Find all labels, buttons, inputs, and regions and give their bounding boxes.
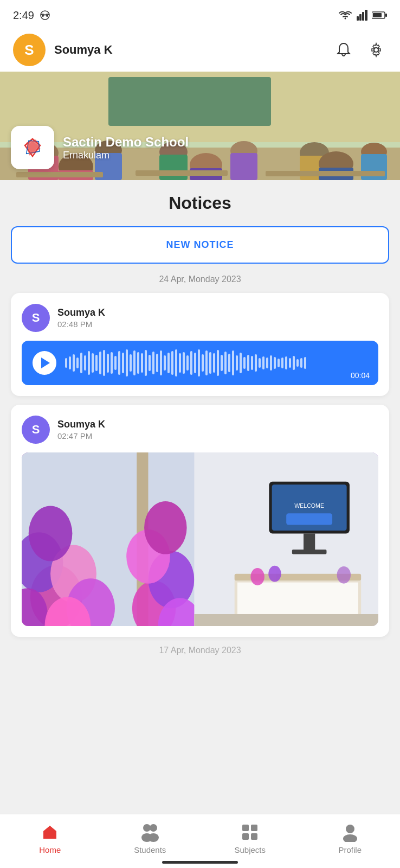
waveform-bar bbox=[266, 358, 268, 368]
waveform-bar bbox=[111, 352, 113, 374]
waveform-bar bbox=[99, 352, 101, 374]
school-text: Sactin Demo School Ernakulam bbox=[63, 135, 189, 161]
waveform-bar bbox=[198, 349, 200, 376]
waveform-bar bbox=[236, 355, 238, 371]
svg-rect-77 bbox=[251, 833, 257, 840]
svg-point-66 bbox=[268, 566, 281, 582]
notice-card-image: S Soumya K 02:47 PM bbox=[11, 405, 389, 637]
notice-card-audio: S Soumya K 02:48 PM 00:04 bbox=[11, 293, 389, 396]
svg-point-10 bbox=[374, 48, 378, 52]
notice-avatar-2: S bbox=[22, 416, 50, 444]
home-icon bbox=[40, 822, 60, 842]
waveform-bar bbox=[300, 358, 302, 368]
nav-label-home: Home bbox=[39, 845, 61, 854]
waveform-bar bbox=[296, 359, 299, 367]
date-separator-2: 17 Apr, Monday 2023 bbox=[11, 646, 389, 655]
gear-icon bbox=[367, 41, 385, 59]
spy-icon bbox=[38, 10, 51, 21]
waveform-bar bbox=[84, 355, 86, 371]
svg-rect-5 bbox=[362, 12, 364, 21]
waveform-bar bbox=[76, 358, 79, 368]
waveform-bar bbox=[281, 358, 283, 368]
bottom-nav: Home Students Subjects Profile bbox=[0, 814, 400, 868]
waveform-bar bbox=[88, 351, 90, 375]
battery-icon bbox=[372, 11, 387, 20]
waveform-bar bbox=[69, 356, 71, 369]
svg-rect-9 bbox=[385, 14, 387, 17]
waveform-bar bbox=[160, 350, 162, 375]
waveform-bar bbox=[183, 352, 185, 374]
school-banner: Sactin Demo School Ernakulam bbox=[0, 72, 400, 180]
notice-image[interactable]: WELCOME bbox=[22, 452, 378, 626]
waveform-bar bbox=[255, 354, 257, 372]
svg-rect-69 bbox=[48, 834, 52, 839]
svg-rect-75 bbox=[251, 825, 257, 831]
wifi-icon bbox=[338, 10, 352, 21]
waveform-bar bbox=[228, 354, 230, 372]
svg-rect-8 bbox=[373, 13, 382, 17]
waveform-bar bbox=[186, 355, 189, 371]
header-actions bbox=[333, 39, 387, 61]
svg-point-67 bbox=[337, 566, 351, 584]
svg-rect-74 bbox=[242, 825, 249, 831]
svg-point-2 bbox=[46, 15, 48, 17]
diamond-icon bbox=[20, 135, 46, 161]
svg-rect-3 bbox=[357, 16, 359, 21]
students-icon bbox=[139, 822, 161, 842]
status-bar: 2:49 bbox=[0, 0, 400, 28]
waveform-bar bbox=[156, 354, 158, 372]
profile-icon bbox=[340, 822, 360, 842]
balloon-decoration: WELCOME bbox=[22, 452, 378, 626]
notices-title: Notices bbox=[11, 193, 389, 213]
nav-item-home[interactable]: Home bbox=[0, 814, 100, 868]
notice-sender-info-2: Soumya K 02:47 PM bbox=[57, 419, 105, 441]
waveform-bar bbox=[107, 354, 109, 373]
waveform-bar bbox=[213, 353, 215, 373]
waveform-bar bbox=[259, 358, 261, 368]
waveform-bar bbox=[209, 352, 211, 374]
new-notice-button[interactable]: NEW NOTICE bbox=[11, 226, 389, 264]
svg-text:WELCOME: WELCOME bbox=[294, 502, 324, 509]
waveform-bar bbox=[293, 356, 295, 370]
svg-point-53 bbox=[144, 501, 187, 554]
notice-header-1: S Soumya K 02:48 PM bbox=[22, 304, 378, 332]
waveform-bar bbox=[247, 355, 249, 371]
waveform-bar bbox=[141, 353, 143, 373]
svg-point-46 bbox=[29, 506, 73, 561]
nav-item-subjects[interactable]: Subjects bbox=[200, 814, 300, 868]
nav-item-profile[interactable]: Profile bbox=[300, 814, 401, 868]
waveform-bar bbox=[205, 350, 208, 375]
nav-item-students[interactable]: Students bbox=[100, 814, 201, 868]
waveform-bar bbox=[152, 352, 154, 374]
svg-point-65 bbox=[250, 568, 264, 585]
play-icon bbox=[41, 358, 50, 368]
waveform-bar bbox=[145, 350, 147, 376]
notice-sender-name-2: Soumya K bbox=[57, 419, 105, 430]
svg-point-78 bbox=[346, 825, 354, 833]
waveform-bar bbox=[103, 350, 105, 376]
waveform-bar bbox=[167, 353, 170, 373]
audio-player[interactable]: 00:04 bbox=[22, 341, 378, 385]
notification-button[interactable] bbox=[333, 39, 354, 61]
audio-duration: 00:04 bbox=[351, 371, 370, 380]
play-button[interactable] bbox=[33, 351, 56, 375]
waveform-bar bbox=[164, 355, 166, 371]
time-display: 2:49 bbox=[13, 9, 34, 22]
svg-point-73 bbox=[148, 833, 159, 842]
waveform-bar bbox=[92, 353, 94, 373]
svg-point-79 bbox=[343, 834, 357, 842]
settings-button[interactable] bbox=[365, 39, 387, 61]
waveform-bar bbox=[95, 355, 98, 371]
waveform-bar bbox=[289, 358, 291, 368]
bell-icon bbox=[335, 41, 352, 59]
waveform-bar bbox=[65, 358, 67, 368]
notice-header-2: S Soumya K 02:47 PM bbox=[22, 416, 378, 444]
school-name: Sactin Demo School bbox=[63, 135, 189, 150]
svg-rect-76 bbox=[242, 833, 249, 840]
main-content: Notices NEW NOTICE 24 Apr, Monday 2023 S… bbox=[0, 180, 400, 737]
waveform-bar bbox=[126, 349, 128, 376]
status-time: 2:49 bbox=[13, 9, 51, 22]
school-location: Ernakulam bbox=[63, 150, 189, 161]
waveform-bar bbox=[175, 349, 177, 376]
signal-icon bbox=[357, 10, 367, 21]
